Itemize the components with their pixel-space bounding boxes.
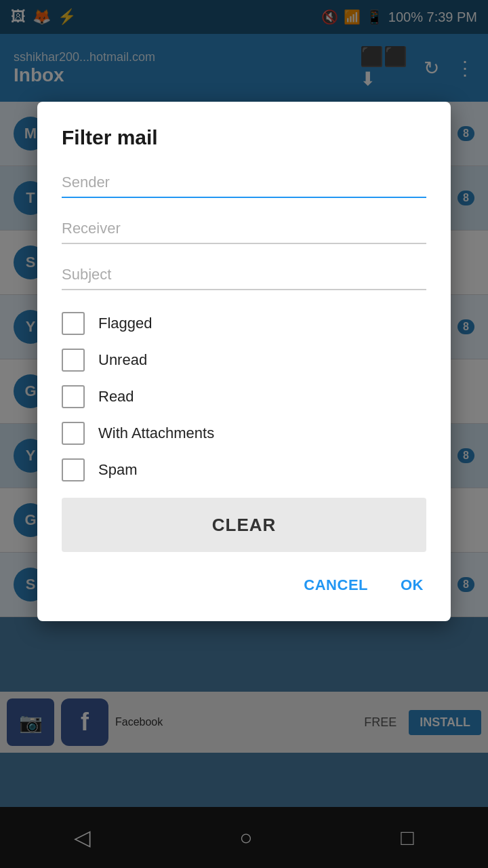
clear-button[interactable]: CLEAR [62, 498, 426, 552]
ok-button[interactable]: OK [398, 571, 426, 599]
dialog-actions: CANCEL OK [62, 566, 426, 605]
checkbox-flagged-label: Flagged [98, 315, 152, 332]
filter-checkboxes: Flagged Unread Read With Attachments Spa… [62, 312, 426, 481]
sender-input[interactable] [62, 168, 426, 198]
checkbox-spam[interactable]: Spam [62, 458, 426, 481]
checkbox-read-label: Read [98, 388, 134, 406]
checkbox-spam-label: Spam [98, 461, 137, 479]
receiver-input[interactable] [62, 214, 426, 244]
checkbox-unread-box[interactable] [62, 349, 85, 372]
dialog-title: Filter mail [62, 126, 426, 149]
checkbox-read-box[interactable] [62, 385, 85, 408]
checkbox-attachments-label: With Attachments [98, 425, 214, 442]
checkbox-unread-label: Unread [98, 351, 147, 369]
checkbox-with-attachments[interactable]: With Attachments [62, 422, 426, 445]
filter-mail-dialog: Filter mail Flagged Unread Read With Att… [37, 102, 451, 621]
checkbox-spam-box[interactable] [62, 458, 85, 481]
checkbox-read[interactable]: Read [62, 385, 426, 408]
cancel-button[interactable]: CANCEL [301, 571, 371, 599]
subject-input[interactable] [62, 260, 426, 290]
checkbox-unread[interactable]: Unread [62, 349, 426, 372]
checkbox-flagged-box[interactable] [62, 312, 85, 335]
checkbox-attachments-box[interactable] [62, 422, 85, 445]
checkbox-flagged[interactable]: Flagged [62, 312, 426, 335]
